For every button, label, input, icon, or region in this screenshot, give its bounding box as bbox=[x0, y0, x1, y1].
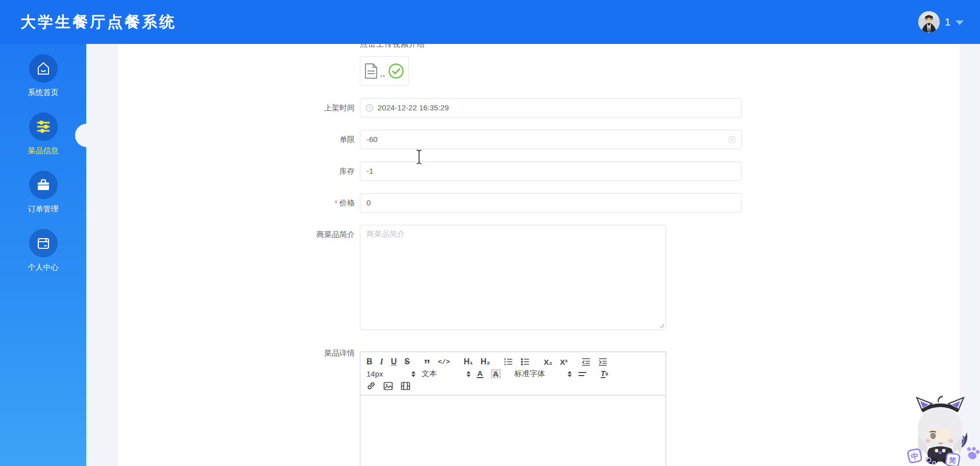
font-family-select[interactable]: 标准字体 bbox=[514, 369, 572, 379]
price-input[interactable]: 0 bbox=[360, 193, 742, 213]
image-button[interactable] bbox=[383, 382, 393, 390]
stock-value: -1 bbox=[366, 167, 373, 175]
superscript-button[interactable]: X² bbox=[560, 358, 568, 366]
sidebar: 系统首页 菜品信息 订单管理 bbox=[0, 44, 86, 466]
toolbar-row-2: 14px 文本 A A 标准字体 bbox=[366, 368, 659, 380]
heading2-button[interactable]: H₂ bbox=[481, 358, 491, 366]
upload-section-label-clipped: 点击上传视频介绍 bbox=[360, 44, 493, 49]
text-type-select[interactable]: 文本 bbox=[422, 369, 471, 379]
required-asterisk: * bbox=[335, 199, 337, 207]
header-user-area[interactable]: 1 bbox=[918, 0, 964, 44]
field-label-unit-limit: 单限 bbox=[248, 130, 355, 149]
price-value: 0 bbox=[366, 198, 371, 207]
file-icon bbox=[364, 63, 378, 79]
user-badge: 1 bbox=[945, 16, 950, 28]
sidebar-item-label: 系统首页 bbox=[0, 88, 86, 98]
video-upload-box[interactable]: .. bbox=[360, 56, 409, 86]
align-button[interactable] bbox=[578, 370, 587, 378]
briefcase-icon bbox=[29, 171, 58, 199]
strikethrough-button[interactable]: S bbox=[404, 358, 410, 366]
intro-placeholder: 商菜品简介 bbox=[366, 229, 659, 239]
heading1-button[interactable]: H₁ bbox=[463, 358, 473, 366]
app-title: 大学生餐厅点餐系统 bbox=[20, 12, 177, 33]
indent-button[interactable] bbox=[598, 357, 607, 366]
dish-edit-form: 点击上传视频介绍 .. 上架时间 2024-12-22 16:35:29 单限 … bbox=[117, 44, 960, 466]
updown-arrows-icon bbox=[467, 371, 471, 377]
chevron-down-icon[interactable] bbox=[955, 20, 964, 25]
field-label-shelf-time: 上架时间 bbox=[248, 98, 355, 118]
background-color-button[interactable]: A bbox=[491, 369, 501, 378]
svg-text:简: 简 bbox=[948, 456, 957, 465]
detail-editor: B I U S ” </> H₁ H₂ bbox=[360, 352, 666, 466]
sidebar-item-label: 菜品信息 bbox=[0, 146, 86, 156]
font-size-select[interactable]: 14px bbox=[366, 369, 415, 378]
bold-button[interactable]: B bbox=[366, 358, 373, 366]
success-check-icon bbox=[388, 63, 404, 79]
video-button[interactable] bbox=[401, 382, 410, 390]
shelf-time-value: 2024-12-22 16:35:29 bbox=[378, 103, 449, 112]
bullet-list-button[interactable] bbox=[521, 357, 530, 366]
sidebar-item-dishes[interactable]: 菜品信息 bbox=[0, 112, 86, 156]
code-block-button[interactable]: </> bbox=[438, 359, 450, 365]
home-icon bbox=[29, 54, 58, 83]
text-cursor-pointer bbox=[416, 149, 422, 165]
sidebar-item-label: 个人中心 bbox=[0, 263, 86, 272]
sidebar-item-profile[interactable]: 个人中心 bbox=[0, 229, 86, 272]
field-label-intro: 商菜品简介 bbox=[248, 225, 355, 244]
sliders-icon bbox=[29, 112, 58, 141]
text-color-button[interactable]: A bbox=[477, 369, 483, 378]
field-label-price: *价格 bbox=[248, 193, 355, 213]
avatar[interactable] bbox=[918, 11, 940, 33]
shelf-time-input[interactable]: 2024-12-22 16:35:29 bbox=[360, 98, 742, 118]
clock-icon bbox=[365, 104, 374, 112]
editor-toolbar: B I U S ” </> H₁ H₂ bbox=[360, 352, 666, 395]
clear-input-icon[interactable] bbox=[728, 136, 736, 144]
toolbar-row-3 bbox=[366, 380, 659, 392]
unit-limit-input[interactable]: -60 bbox=[360, 130, 742, 149]
underline-button[interactable]: U bbox=[391, 358, 397, 366]
updown-arrows-icon bbox=[568, 371, 572, 377]
link-button[interactable] bbox=[366, 381, 376, 390]
field-label-detail: 菜品详情 bbox=[248, 348, 355, 358]
ordered-list-button[interactable] bbox=[504, 357, 513, 366]
intro-textarea[interactable]: 商菜品简介 bbox=[360, 225, 666, 330]
sidebar-item-label: 订单管理 bbox=[0, 204, 86, 214]
clear-format-button[interactable]: Tx bbox=[601, 369, 608, 378]
id-card-icon bbox=[29, 229, 58, 258]
outdent-button[interactable] bbox=[581, 357, 591, 366]
toolbar-row-1: B I U S ” </> H₁ H₂ bbox=[366, 356, 659, 368]
avatar-image bbox=[918, 11, 940, 33]
mascot-paw-icon bbox=[965, 445, 980, 461]
unit-limit-value: -60 bbox=[366, 135, 378, 144]
mascot-sticker-zhong: 中 bbox=[908, 449, 922, 463]
italic-button[interactable]: I bbox=[380, 358, 383, 366]
mascot-sticker-jian: 简 bbox=[945, 453, 960, 466]
sidebar-item-home[interactable]: 系统首页 bbox=[0, 54, 86, 98]
field-label-stock: 库存 bbox=[248, 161, 355, 181]
resize-grip-icon[interactable] bbox=[658, 322, 665, 329]
app-header: 大学生餐厅点餐系统 1 bbox=[0, 0, 980, 44]
mascot-widget[interactable]: 中 简 bbox=[903, 393, 980, 466]
updown-arrows-icon bbox=[411, 371, 415, 377]
subscript-button[interactable]: X₂ bbox=[544, 358, 552, 366]
sidebar-item-orders[interactable]: 订单管理 bbox=[0, 171, 86, 214]
editor-content-area[interactable] bbox=[360, 395, 666, 466]
file-name-truncated: .. bbox=[380, 69, 385, 78]
